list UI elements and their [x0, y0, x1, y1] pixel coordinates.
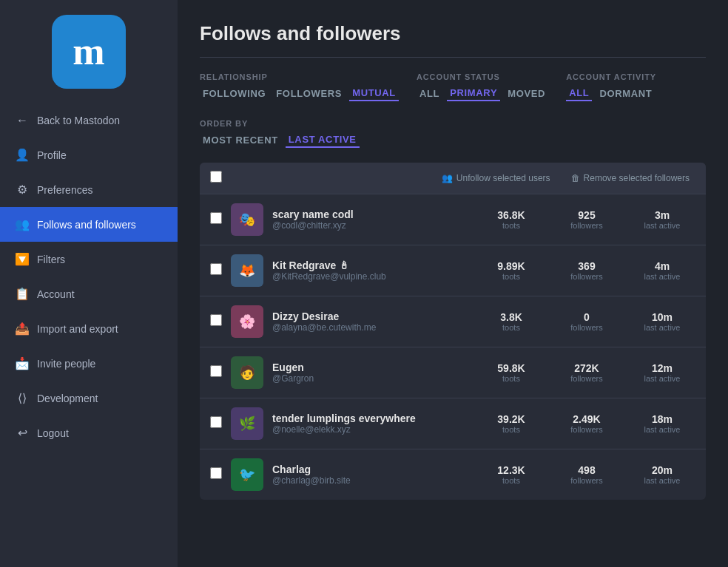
- avatar: 🌿: [231, 407, 263, 440]
- development-icon: ⟨⟩: [15, 391, 30, 405]
- followers-value: 925: [553, 209, 620, 221]
- filter-all-button[interactable]: ALL: [417, 86, 442, 101]
- unfollow-icon: 👥: [442, 173, 453, 183]
- sidebar-item-preferences[interactable]: ⚙ Preferences: [0, 172, 178, 207]
- followers-stat: 2.49K followers: [553, 413, 620, 434]
- row-checkbox-wrap[interactable]: [210, 416, 222, 431]
- sidebar-item-follows-and-followers[interactable]: 👥 Follows and followers: [0, 207, 178, 242]
- filter-last-active-button[interactable]: LAST ACTIVE: [286, 132, 360, 148]
- toots-stat: 3.8K toots: [478, 311, 545, 332]
- sidebar-nav: ← Back to Mastodon 👤 Profile ⚙ Preferenc…: [0, 103, 178, 567]
- user-name: scary name codl: [272, 208, 469, 220]
- preferences-label: Preferences: [37, 184, 92, 196]
- filters-icon: 🔽: [15, 252, 30, 266]
- filter-following-button[interactable]: FOLLOWING: [200, 86, 269, 101]
- toots-value: 12.3K: [478, 464, 545, 476]
- row-checkbox-5[interactable]: [210, 416, 222, 428]
- avatar: 🌸: [231, 305, 263, 338]
- sidebar: m ← Back to Mastodon 👤 Profile ⚙ Prefere…: [0, 0, 178, 567]
- account-icon: 📋: [15, 287, 30, 301]
- filter-options: ALLDORMANT: [566, 86, 656, 101]
- toots-label: toots: [478, 476, 545, 485]
- user-handle: @KitRedgrave@vulpine.club: [272, 271, 469, 282]
- follows-and-followers-icon: 👥: [15, 217, 30, 231]
- row-checkbox-2[interactable]: [210, 263, 222, 275]
- user-name: Kit Redgrave 🕯: [272, 259, 469, 271]
- filter-followers-button[interactable]: FOLLOWERS: [273, 86, 345, 101]
- toots-stat: 9.89K toots: [478, 260, 545, 281]
- filter-options: FOLLOWINGFOLLOWERSMUTUAL: [200, 86, 399, 101]
- toots-value: 39.2K: [478, 413, 545, 425]
- table-row: 🐦 Charlag @charlag@birb.site 12.3K toots…: [200, 449, 706, 500]
- row-checkbox-3[interactable]: [210, 314, 222, 326]
- last-active-value: 10m: [629, 311, 695, 323]
- user-handle: @codl@chitter.xyz: [272, 220, 469, 231]
- toots-value: 9.89K: [478, 260, 545, 272]
- sidebar-item-logout[interactable]: ↩ Logout: [0, 415, 178, 450]
- last-active-stat: 10m last active: [629, 311, 695, 332]
- user-info: tender lumplings everywhere @noelle@elek…: [272, 412, 469, 435]
- user-info: Charlag @charlag@birb.site: [272, 464, 469, 486]
- sidebar-item-invite-people[interactable]: 📩 Invite people: [0, 346, 178, 381]
- main-content: Follows and followers RELATIONSHIPFOLLOW…: [178, 0, 728, 567]
- followers-label: followers: [553, 476, 620, 485]
- mastodon-logo: m: [52, 15, 126, 89]
- filter-most-recent-button[interactable]: MOST RECENT: [200, 132, 281, 148]
- sidebar-item-development[interactable]: ⟨⟩ Development: [0, 381, 178, 415]
- row-checkbox-4[interactable]: [210, 365, 222, 377]
- row-checkbox-1[interactable]: [210, 212, 222, 224]
- filter-primary-button[interactable]: PRIMARY: [447, 86, 500, 101]
- development-label: Development: [37, 393, 98, 404]
- last-active-label: last active: [629, 323, 695, 332]
- row-checkbox-wrap[interactable]: [210, 314, 222, 329]
- sidebar-item-import-and-export[interactable]: 📤 Import and export: [0, 311, 178, 346]
- followers-label: followers: [553, 221, 620, 230]
- followers-label: followers: [553, 425, 620, 434]
- unfollow-selected-button[interactable]: 👥 Unfollow selected users: [436, 170, 556, 186]
- profile-label: Profile: [37, 149, 67, 161]
- last-active-value: 20m: [629, 464, 695, 476]
- user-handle: @noelle@elekk.xyz: [272, 424, 469, 435]
- toots-label: toots: [478, 425, 545, 434]
- last-active-stat: 4m last active: [629, 260, 695, 281]
- filter-group-relationship: RELATIONSHIPFOLLOWINGFOLLOWERSMUTUAL: [200, 72, 399, 101]
- toots-stat: 12.3K toots: [478, 464, 545, 485]
- filter-mutual-button[interactable]: MUTUAL: [349, 86, 399, 101]
- filter-options: MOST RECENTLAST ACTIVE: [200, 132, 360, 148]
- followers-stat: 369 followers: [553, 260, 620, 281]
- sidebar-item-account[interactable]: 📋 Account: [0, 276, 178, 311]
- row-checkbox-wrap[interactable]: [210, 467, 222, 482]
- invite-people-label: Invite people: [37, 358, 95, 370]
- page-title: Follows and followers: [200, 22, 706, 58]
- invite-people-icon: 📩: [15, 356, 30, 370]
- user-info: Eugen @Gargron: [272, 361, 469, 384]
- unfollow-label: Unfollow selected users: [456, 173, 550, 183]
- last-active-value: 4m: [629, 260, 695, 272]
- user-info: Dizzy Desirae @alayna@be.cutewith.me: [272, 310, 469, 333]
- last-active-label: last active: [629, 221, 695, 230]
- sidebar-item-profile[interactable]: 👤 Profile: [0, 137, 178, 172]
- toots-value: 59.8K: [478, 362, 545, 374]
- row-checkbox-6[interactable]: [210, 467, 222, 479]
- sidebar-item-filters[interactable]: 🔽 Filters: [0, 242, 178, 276]
- filter-dormant-button[interactable]: DORMANT: [596, 86, 655, 101]
- remove-icon: 🗑: [571, 173, 580, 183]
- row-checkbox-wrap[interactable]: [210, 263, 222, 278]
- last-active-label: last active: [629, 476, 695, 485]
- remove-selected-button[interactable]: 🗑 Remove selected followers: [565, 170, 695, 186]
- select-all-wrap[interactable]: [210, 171, 222, 186]
- followers-stat: 498 followers: [553, 464, 620, 485]
- select-all-checkbox[interactable]: [210, 171, 222, 183]
- filter-moved-button[interactable]: MOVED: [505, 86, 548, 101]
- table-actions: 👥 Unfollow selected users 🗑 Remove selec…: [436, 170, 695, 186]
- row-checkbox-wrap[interactable]: [210, 212, 222, 227]
- user-name: Dizzy Desirae: [272, 310, 469, 322]
- row-checkbox-wrap[interactable]: [210, 365, 222, 380]
- filter-all-button[interactable]: ALL: [566, 86, 592, 101]
- sidebar-item-back-to-mastodon[interactable]: ← Back to Mastodon: [0, 103, 178, 137]
- filter-group-label: RELATIONSHIP: [200, 72, 399, 81]
- filter-section: RELATIONSHIPFOLLOWINGFOLLOWERSMUTUALACCO…: [200, 72, 706, 148]
- last-active-stat: 18m last active: [629, 413, 695, 434]
- followers-value: 369: [553, 260, 620, 272]
- avatar: 🦊: [231, 254, 263, 287]
